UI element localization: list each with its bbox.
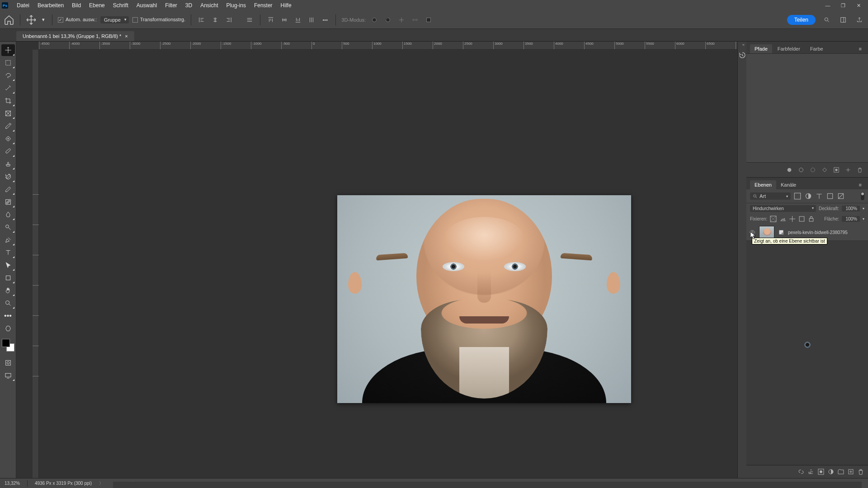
layer-filter-type-dropdown[interactable]: Art ▾: [750, 192, 791, 200]
eyedropper-tool[interactable]: [1, 120, 15, 132]
align-center-h-icon[interactable]: [210, 15, 220, 25]
brush-tool[interactable]: [1, 145, 15, 157]
marquee-tool[interactable]: [1, 57, 15, 69]
distribute-v-icon[interactable]: [307, 15, 316, 25]
path-selection-tool[interactable]: [1, 259, 15, 271]
layer-mask-icon[interactable]: [817, 468, 825, 475]
lock-position-icon[interactable]: [789, 216, 796, 222]
layers-panel-menu-icon[interactable]: ≡: [856, 180, 864, 189]
menu-datei[interactable]: Datei: [13, 2, 33, 9]
healing-brush-tool[interactable]: [1, 133, 15, 145]
fill-value-input[interactable]: 100%: [842, 216, 860, 222]
screen-mode-icon[interactable]: [1, 370, 15, 381]
menu-bild[interactable]: Bild: [68, 2, 85, 9]
filter-adjustment-icon[interactable]: [804, 192, 812, 200]
menu-ebene[interactable]: Ebene: [85, 2, 109, 9]
window-restore-button[interactable]: ❐: [835, 0, 851, 11]
filter-toggle-switch[interactable]: [861, 192, 864, 200]
tool-preset-dropdown-icon[interactable]: ▾: [40, 14, 47, 25]
lock-transparent-icon[interactable]: [770, 216, 777, 222]
auto-select-target-dropdown[interactable]: Gruppe: [100, 16, 129, 23]
tab-farbfelder[interactable]: Farbfelder: [773, 44, 805, 53]
edit-toolbar-icon[interactable]: [1, 323, 15, 334]
auto-select-checkbox[interactable]: Autom. ausw.:: [58, 17, 97, 23]
link-layers-icon[interactable]: [797, 468, 805, 475]
window-minimize-button[interactable]: —: [820, 0, 835, 11]
more-tools-icon[interactable]: •••: [1, 310, 15, 322]
quick-mask-icon[interactable]: [1, 357, 15, 369]
fill-path-icon[interactable]: [786, 166, 793, 174]
search-icon[interactable]: [822, 15, 832, 25]
collapse-chevron-icon[interactable]: «: [742, 42, 745, 47]
tab-kanaele[interactable]: Kanäle: [776, 180, 801, 189]
hand-tool[interactable]: [1, 285, 15, 296]
workspace-icon[interactable]: [838, 15, 848, 25]
align-right-icon[interactable]: [224, 15, 234, 25]
document-tab[interactable]: Unbenannt-1 bei 13,3% (Gruppe 1, RGB/8) …: [16, 31, 134, 41]
panel-menu-icon[interactable]: ≡: [856, 44, 864, 53]
distribute-h-icon[interactable]: [245, 15, 255, 25]
lock-all-icon[interactable]: [808, 216, 815, 222]
zoom-level[interactable]: 13,32%: [5, 481, 20, 486]
delete-layer-icon[interactable]: [857, 468, 864, 475]
menu-bearbeiten[interactable]: Bearbeiten: [33, 2, 68, 9]
docinfo-menu-icon[interactable]: 〉: [99, 480, 104, 487]
add-mask-icon[interactable]: [833, 166, 840, 174]
blend-mode-dropdown[interactable]: Hindurchwirken: [750, 205, 816, 212]
color-swatches[interactable]: [2, 339, 14, 352]
align-bottom-icon[interactable]: [293, 15, 303, 25]
frame-tool[interactable]: [1, 108, 15, 119]
ruler-vertical[interactable]: [33, 50, 39, 478]
scrollbar-horizontal[interactable]: [113, 482, 862, 488]
type-tool[interactable]: [1, 247, 15, 258]
layer-thumbnail[interactable]: [759, 226, 774, 239]
tab-ebenen[interactable]: Ebenen: [750, 180, 776, 189]
close-tab-icon[interactable]: ×: [125, 33, 127, 39]
history-brush-tool[interactable]: [1, 171, 15, 183]
menu-3d[interactable]: 3D: [181, 2, 196, 9]
menu-schrift[interactable]: Schrift: [109, 2, 132, 9]
new-layer-icon[interactable]: [847, 468, 854, 475]
filter-smartobject-icon[interactable]: [837, 192, 845, 200]
paths-panel-body[interactable]: [746, 54, 868, 162]
filter-pixel-icon[interactable]: [793, 192, 802, 200]
tab-pfade[interactable]: Pfade: [750, 44, 772, 53]
lock-image-icon[interactable]: [779, 216, 786, 222]
magic-wand-tool[interactable]: [1, 82, 15, 94]
document-info[interactable]: 4936 Px x 3319 Px (300 ppi): [35, 481, 92, 486]
stroke-path-icon[interactable]: [797, 166, 805, 174]
dodge-tool[interactable]: [1, 221, 15, 233]
adjustment-layer-icon[interactable]: [827, 468, 835, 475]
align-left-icon[interactable]: [197, 15, 207, 25]
move-tool[interactable]: [1, 44, 15, 56]
clone-stamp-tool[interactable]: [1, 158, 15, 170]
menu-plugins[interactable]: Plug-ins: [222, 2, 250, 9]
eraser-tool[interactable]: [1, 183, 15, 195]
share-button[interactable]: Teilen: [787, 15, 816, 25]
tab-farbe[interactable]: Farbe: [806, 44, 828, 53]
zoom-tool[interactable]: [1, 297, 15, 309]
menu-fenster[interactable]: Fenster: [250, 2, 277, 9]
gradient-tool[interactable]: [1, 196, 15, 208]
export-share-icon[interactable]: [854, 15, 864, 25]
align-top-icon[interactable]: [266, 15, 276, 25]
layer-style-icon[interactable]: fx: [807, 468, 815, 475]
transform-controls-checkbox[interactable]: Transformationsstrg.: [132, 17, 185, 23]
panel-collapse-strip[interactable]: «: [737, 42, 746, 478]
new-path-icon[interactable]: [844, 166, 852, 174]
filter-shape-icon[interactable]: [826, 192, 834, 200]
shape-tool[interactable]: [1, 272, 15, 284]
move-tool-icon[interactable]: [26, 14, 37, 25]
menu-hilfe[interactable]: Hilfe: [277, 2, 296, 9]
foreground-color-swatch[interactable]: [2, 339, 10, 347]
menu-auswahl[interactable]: Auswahl: [132, 2, 161, 9]
path-to-selection-icon[interactable]: [809, 166, 816, 174]
menu-ansicht[interactable]: Ansicht: [196, 2, 222, 9]
home-icon[interactable]: [4, 14, 14, 25]
blur-tool[interactable]: [1, 209, 15, 221]
menu-filter[interactable]: Filter: [161, 2, 181, 9]
layer-name[interactable]: pexels-kevin-bidwell-2380795: [788, 230, 865, 235]
delete-path-icon[interactable]: [856, 166, 863, 174]
layer-group-icon[interactable]: [837, 468, 844, 475]
document-image[interactable]: [337, 195, 631, 403]
